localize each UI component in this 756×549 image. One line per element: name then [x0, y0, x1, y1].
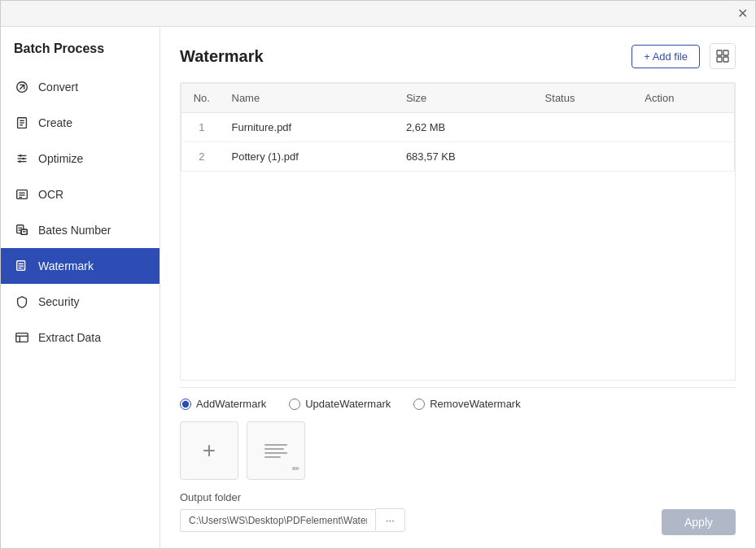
sidebar-item-label-security: Security — [38, 295, 80, 308]
file-table: No. Name Size Status Action 1Furniture.p… — [181, 83, 735, 172]
radio-add-watermark-input[interactable] — [180, 399, 191, 410]
radio-remove-watermark-input[interactable] — [413, 399, 425, 410]
watermark-template-button[interactable]: ✏ — [247, 421, 305, 480]
app-window: ✕ Batch Process Convert — [0, 0, 756, 549]
table-row: 1Furniture.pdf2,62 MB — [181, 113, 735, 142]
add-file-button[interactable]: + Add file — [631, 45, 700, 68]
cell-no: 2 — [181, 142, 222, 172]
sidebar: Batch Process Convert — [1, 27, 160, 548]
sidebar-item-extract-data[interactable]: Extract Data — [1, 320, 160, 355]
radio-remove-watermark-label: RemoveWatermark — [430, 398, 520, 410]
add-watermark-button[interactable]: + — [180, 421, 238, 480]
bates-icon — [14, 222, 30, 238]
output-folder-input[interactable] — [180, 509, 375, 532]
sidebar-item-watermark[interactable]: W Watermark — [1, 248, 160, 284]
output-folder-row: ··· — [180, 508, 405, 532]
watermark-icon: W — [14, 258, 30, 274]
radio-add-watermark-label: AddWatermark — [196, 398, 266, 410]
sidebar-item-bates-number[interactable]: Bates Number — [1, 212, 160, 248]
optimize-icon — [14, 150, 30, 167]
cell-no: 1 — [181, 113, 222, 142]
output-apply-row: Output folder ··· Apply — [180, 491, 736, 535]
sidebar-item-label-convert: Convert — [38, 81, 78, 94]
plus-icon: + — [203, 438, 216, 464]
extract-icon — [14, 329, 30, 346]
sidebar-item-label-create: Create — [38, 116, 72, 129]
svg-point-10 — [22, 158, 24, 160]
sidebar-item-label-extract: Extract Data — [38, 331, 101, 344]
cell-size: 683,57 KB — [396, 142, 535, 172]
watermark-options: + ✏ — [180, 421, 736, 480]
pencil-icon: ✏ — [292, 464, 299, 474]
sidebar-title: Batch Process — [1, 33, 160, 69]
svg-rect-32 — [717, 57, 722, 62]
cell-status — [535, 142, 636, 172]
svg-rect-27 — [16, 333, 28, 342]
ocr-icon — [14, 186, 30, 203]
cell-status — [535, 113, 636, 142]
output-browse-button[interactable]: ··· — [375, 508, 405, 532]
bottom-section: AddWatermark UpdateWatermark RemoveWater… — [180, 387, 736, 535]
cell-size: 2,62 MB — [396, 113, 535, 142]
radio-update-watermark-label: UpdateWatermark — [305, 398, 391, 410]
radio-update-watermark[interactable]: UpdateWatermark — [289, 398, 391, 410]
sidebar-item-label-bates: Bates Number — [38, 224, 111, 237]
file-table-area: No. Name Size Status Action 1Furniture.p… — [180, 82, 736, 381]
page-title: Watermark — [180, 47, 264, 66]
radio-update-watermark-input[interactable] — [289, 399, 300, 410]
col-name: Name — [222, 84, 396, 113]
header-actions: + Add file — [631, 43, 736, 69]
cell-name: Pottery (1).pdf — [222, 142, 396, 172]
col-status: Status — [535, 84, 636, 113]
col-no: No. — [181, 84, 222, 113]
security-icon — [14, 294, 30, 310]
main-area: Batch Process Convert — [1, 27, 755, 548]
sidebar-item-create[interactable]: Create — [1, 105, 160, 141]
cell-action — [635, 142, 734, 172]
apply-button[interactable]: Apply — [662, 509, 736, 535]
col-action: Action — [635, 84, 734, 113]
sidebar-item-optimize[interactable]: Optimize — [1, 141, 160, 176]
svg-point-9 — [20, 155, 22, 157]
svg-rect-33 — [723, 57, 728, 62]
title-bar: ✕ — [1, 1, 755, 27]
sidebar-item-label-watermark: Watermark — [38, 259, 94, 272]
close-button[interactable]: ✕ — [736, 7, 749, 20]
table-row: 2Pottery (1).pdf683,57 KB — [181, 142, 735, 172]
watermark-mode-group: AddWatermark UpdateWatermark RemoveWater… — [180, 398, 736, 410]
convert-icon — [14, 79, 30, 95]
sidebar-item-ocr[interactable]: OCR — [1, 176, 160, 212]
sidebar-item-convert[interactable]: Convert — [1, 69, 160, 105]
output-folder-label: Output folder — [180, 491, 405, 503]
output-folder-section: Output folder ··· — [180, 491, 405, 535]
cell-action — [635, 113, 734, 142]
svg-text:W: W — [20, 265, 25, 271]
sidebar-item-security[interactable]: Security — [1, 284, 160, 320]
cell-name: Furniture.pdf — [222, 113, 396, 142]
content-area: Watermark + Add file — [160, 27, 755, 548]
create-icon — [14, 115, 30, 131]
svg-point-11 — [19, 160, 21, 163]
svg-rect-31 — [723, 50, 728, 55]
svg-rect-30 — [717, 50, 722, 55]
batch-settings-button[interactable] — [710, 43, 736, 69]
col-size: Size — [396, 84, 535, 113]
radio-add-watermark[interactable]: AddWatermark — [180, 398, 266, 410]
sidebar-item-label-ocr: OCR — [38, 188, 63, 201]
sidebar-item-label-optimize: Optimize — [38, 152, 83, 165]
content-header: Watermark + Add file — [180, 43, 736, 69]
radio-remove-watermark[interactable]: RemoveWatermark — [413, 398, 520, 410]
doc-lines-icon — [258, 438, 294, 464]
svg-line-1 — [20, 85, 24, 89]
